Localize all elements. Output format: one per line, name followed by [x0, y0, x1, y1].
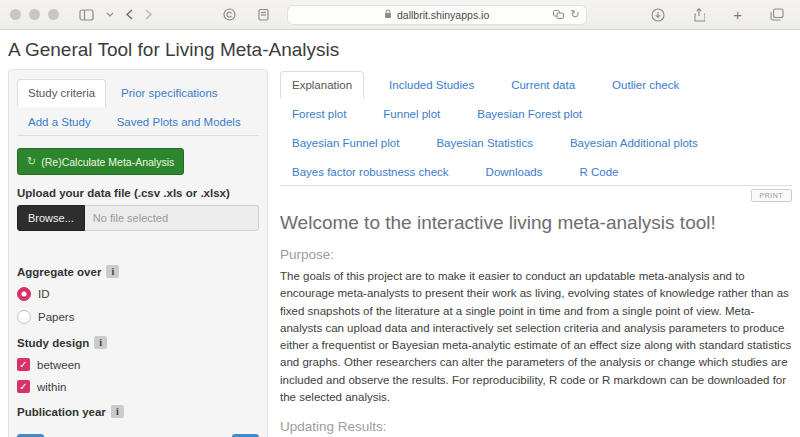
main-panel: Explanation Included Studies Current dat…: [280, 69, 792, 437]
tab-add-a-study[interactable]: Add a Study: [17, 108, 102, 136]
page-title: A General Tool for Living Meta-Analysis: [0, 30, 800, 69]
back-button[interactable]: [126, 9, 133, 20]
radio-id[interactable]: ID: [17, 287, 259, 301]
radio-icon: [17, 287, 31, 301]
upload-label: Upload your data file (.csv .xls or .xls…: [17, 187, 259, 199]
window-zoom-button[interactable]: [48, 9, 59, 20]
url-text: dallbrit.shinyapps.io: [397, 9, 489, 21]
sidebar-toggle-icon[interactable]: [79, 9, 94, 21]
tab-funnel-plot[interactable]: Funnel plot: [371, 100, 452, 128]
tab-bayesian-statistics[interactable]: Bayesian Statistics: [424, 129, 545, 157]
tab-bayesian-funnel-plot[interactable]: Bayesian Funnel plot: [280, 129, 411, 157]
address-bar[interactable]: dallbrit.shinyapps.io ↻: [287, 5, 587, 25]
file-input: Browse... No file selected: [17, 205, 259, 231]
tab-explanation[interactable]: Explanation: [280, 71, 364, 99]
window-minimize-button[interactable]: [29, 9, 40, 20]
tab-bayesian-forest-plot[interactable]: Bayesian Forest plot: [465, 100, 594, 128]
tab-r-code[interactable]: R Code: [568, 158, 631, 186]
tab-overview-icon[interactable]: [770, 6, 784, 23]
lock-icon: [384, 9, 392, 21]
radio-icon: [17, 310, 31, 324]
window-close-button[interactable]: [10, 9, 21, 20]
downloads-icon[interactable]: [651, 6, 665, 23]
tab-study-criteria[interactable]: Study criteria: [17, 79, 106, 107]
browse-button[interactable]: Browse...: [17, 205, 85, 231]
recalculate-button[interactable]: ↻ (Re)Calculate Meta-Analysis: [17, 148, 184, 175]
purpose-paragraph: The goals of this project are to make it…: [280, 268, 792, 406]
tab-forest-plot[interactable]: Forest plot: [280, 100, 358, 128]
sidebar-tabs: Study criteria Prior specifications Add …: [17, 77, 259, 136]
checkbox-icon: ✓: [17, 380, 30, 393]
tab-outlier-check[interactable]: Outlier check: [600, 71, 691, 99]
window-controls[interactable]: [10, 9, 59, 20]
tab-saved-plots-and-models[interactable]: Saved Plots and Models: [106, 108, 252, 136]
tab-prior-specifications[interactable]: Prior specifications: [110, 79, 229, 107]
extension-icon-1[interactable]: [223, 8, 236, 21]
extension-icon-2[interactable]: [258, 8, 269, 21]
reload-icon[interactable]: ↻: [570, 8, 579, 21]
publication-year-label: Publication year i: [17, 405, 259, 418]
section-title-updating-results: Updating Results:: [280, 419, 792, 434]
share-icon[interactable]: [693, 6, 705, 23]
info-icon[interactable]: i: [94, 336, 107, 349]
browser-toolbar: dallbrit.shinyapps.io ↻ +: [0, 0, 800, 30]
print-button[interactable]: print: [751, 189, 793, 202]
upload-progress-placeholder: [17, 231, 259, 253]
checkbox-between[interactable]: ✓ between: [17, 358, 259, 371]
forward-button[interactable]: [145, 9, 152, 20]
aggregate-over-label: Aggregate over i: [17, 265, 259, 278]
checkbox-icon: ✓: [17, 358, 30, 371]
results-tabs: Explanation Included Studies Current dat…: [280, 69, 792, 186]
checkbox-within[interactable]: ✓ within: [17, 380, 259, 393]
section-title-purpose: Purpose:: [280, 247, 792, 262]
file-status: No file selected: [85, 205, 259, 231]
info-icon[interactable]: i: [111, 405, 124, 418]
welcome-heading: Welcome to the interactive living meta-a…: [280, 212, 792, 234]
sidebar-panel: Study criteria Prior specifications Add …: [8, 69, 268, 437]
info-icon[interactable]: i: [106, 265, 119, 278]
tab-bayes-factor-robustness-check[interactable]: Bayes factor robustness check: [280, 158, 461, 186]
translate-icon[interactable]: [553, 9, 564, 21]
radio-papers[interactable]: Papers: [17, 310, 259, 324]
new-tab-icon[interactable]: +: [733, 6, 742, 23]
tab-bayesian-additional-plots[interactable]: Bayesian Additional plots: [558, 129, 710, 157]
tab-downloads[interactable]: Downloads: [474, 158, 555, 186]
tab-included-studies[interactable]: Included Studies: [377, 71, 486, 99]
tab-current-data[interactable]: Current data: [499, 71, 587, 99]
refresh-icon: ↻: [27, 155, 36, 168]
chevron-down-icon[interactable]: [106, 12, 114, 17]
study-design-label: Study design i: [17, 336, 259, 349]
